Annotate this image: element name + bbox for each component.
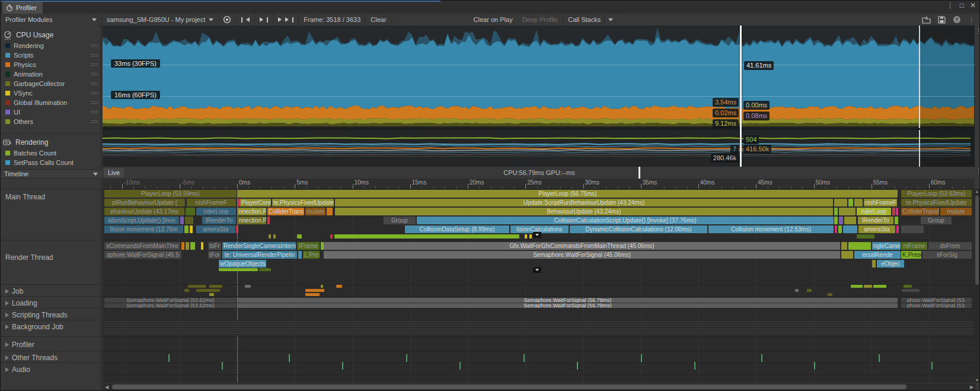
timeline-span[interactable]: nishFrameF xyxy=(864,199,897,206)
timeline-span[interactable] xyxy=(327,208,333,215)
timeline-span[interactable]: ationScript.Update() [Invo xyxy=(104,217,179,224)
timeline-span[interactable]: mulate xyxy=(305,208,325,215)
timeline-span[interactable]: tsFr xyxy=(208,242,221,250)
timeline-content[interactable]: PlayerLoop (53.59ms)PlayerLoop (56.75ms)… xyxy=(103,189,976,383)
timeline-span[interactable] xyxy=(851,285,863,288)
timeline-span[interactable]: ColliderTrans xyxy=(267,208,304,215)
timeline-span[interactable] xyxy=(321,285,323,288)
drag-handle-icon[interactable] xyxy=(91,100,98,105)
rendering-chart[interactable] xyxy=(103,128,976,169)
timeline-span[interactable] xyxy=(201,242,203,250)
legend-item-physics[interactable]: Physics xyxy=(1,60,101,69)
legend-item-garbagecollector[interactable]: GarbageCollector xyxy=(1,79,101,88)
timeline-span[interactable] xyxy=(854,199,863,206)
timeline-span[interactable]: ersalRende xyxy=(854,251,901,259)
timeline-span[interactable] xyxy=(835,225,837,233)
maximize-icon[interactable]: □ xyxy=(960,1,964,9)
thread-row-audio[interactable]: Audio xyxy=(1,365,101,374)
timeline-span[interactable] xyxy=(190,225,193,233)
timeline-span[interactable]: ameraSta xyxy=(858,225,895,233)
live-toggle[interactable]: Live xyxy=(104,168,124,177)
timeline-span[interactable]: tFrame xyxy=(297,242,320,250)
timeline-span[interactable] xyxy=(895,217,898,224)
show-more-rows-expander[interactable] xyxy=(533,232,541,238)
timeline-span[interactable]: nishFrameF xyxy=(187,199,236,206)
timeline-span[interactable]: tFor xyxy=(208,251,221,259)
timeline-span[interactable]: Collision movement (12.53ms) xyxy=(708,225,834,233)
timeline-span[interactable]: aphore.WaitForSignal (45.5 xyxy=(104,251,181,259)
timeline-span[interactable]: CollisionDataSetup (8.99ms) xyxy=(405,225,509,233)
timeline-span[interactable]: te: UniversalRenderPipelin xyxy=(222,251,297,259)
timeline-span[interactable] xyxy=(186,242,189,250)
legend-item-ui[interactable]: UI xyxy=(1,107,101,117)
legend-item-others[interactable]: Others xyxy=(1,117,101,126)
thread-row-loading[interactable]: Loading xyxy=(1,298,101,308)
timeline-span[interactable] xyxy=(896,208,898,215)
drag-handle-icon[interactable] xyxy=(91,53,98,58)
expand-arrow-icon[interactable] xyxy=(5,325,9,329)
target-dropdown[interactable]: samsung_SM-G950U - My project xyxy=(102,14,218,26)
timeline-span[interactable]: PlayerLoop (53.59ms) xyxy=(104,190,237,198)
expand-arrow-icon[interactable] xyxy=(5,367,9,372)
drag-handle-icon[interactable] xyxy=(91,119,98,124)
timeline-span[interactable]: CollisionCalculationScript.Update() [Inv… xyxy=(417,217,834,224)
thread-row-main-thread[interactable]: Main Thread xyxy=(1,192,101,202)
horizontal-scroll-thumb[interactable] xyxy=(112,384,906,389)
thread-row-profiler[interactable]: Profiler xyxy=(1,340,101,349)
thread-row-background-job[interactable]: Background Job xyxy=(1,322,101,332)
drag-handle-icon[interactable] xyxy=(91,72,98,77)
timeline-span[interactable] xyxy=(901,225,924,233)
legend-item-rendering[interactable]: Rendering xyxy=(1,41,101,50)
next-frame-button[interactable] xyxy=(255,14,273,26)
timeline-span[interactable] xyxy=(834,208,838,215)
close-icon[interactable]: ✕ xyxy=(970,1,976,9)
record-button[interactable] xyxy=(218,14,236,26)
profiler-modules-dropdown[interactable]: Profiler Modules xyxy=(1,14,101,26)
legend-item-vsync[interactable]: VSync xyxy=(1,88,101,98)
timeline-span[interactable] xyxy=(305,289,324,292)
timeline-span[interactable] xyxy=(807,289,812,292)
last-frame-button[interactable] xyxy=(273,14,298,26)
timeline-span[interactable] xyxy=(209,285,222,288)
thread-row-job[interactable]: Job xyxy=(1,287,101,296)
legend-item-batches-count[interactable]: Batches Count xyxy=(1,148,101,158)
timeline-span[interactable]: lRenderTo xyxy=(858,217,893,224)
timeline-span[interactable]: nnection.Poll xyxy=(238,217,266,224)
timeline-span[interactable]: nnection.Poll xyxy=(238,208,266,215)
timeline-span[interactable] xyxy=(902,289,920,292)
timeline-span[interactable]: dsFrom xyxy=(928,242,972,250)
vertical-scroll-thumb[interactable] xyxy=(975,196,979,285)
timeline-span[interactable] xyxy=(336,285,342,288)
timeline-span[interactable] xyxy=(186,208,195,215)
timeline-span[interactable] xyxy=(330,234,333,239)
timeline-span[interactable] xyxy=(857,234,874,239)
expand-arrow-icon[interactable] xyxy=(5,313,9,317)
thread-row-other-threads[interactable]: Other Threads xyxy=(1,353,101,363)
timeline-span[interactable] xyxy=(841,242,847,250)
timeline-span[interactable] xyxy=(525,234,527,239)
thread-row-scripting-threads[interactable]: Scripting Threads xyxy=(1,310,101,320)
timeline-span[interactable]: Gfx.WaitForGfxCommandsFromMainThread (45… xyxy=(324,242,840,250)
timeline-span[interactable]: Semaphore.WaitForSignal (53.62ms) xyxy=(104,298,237,303)
expand-arrow-icon[interactable] xyxy=(5,342,9,347)
timeline-span[interactable]: wOpaqueObjects (5.54 xyxy=(219,260,266,268)
drag-handle-icon[interactable] xyxy=(91,43,98,48)
timeline-span[interactable] xyxy=(196,289,220,292)
cpu-module-menu-icon[interactable]: ⋮ xyxy=(975,28,980,34)
rendering-module-header[interactable]: Rendering xyxy=(1,133,101,148)
expand-arrow-icon[interactable] xyxy=(5,289,9,294)
timeline-span[interactable]: eObjec xyxy=(877,260,904,268)
timeline-span[interactable] xyxy=(839,208,855,215)
drag-handle-icon[interactable] xyxy=(91,81,98,86)
timeline-span[interactable]: Semaphore.WaitForSignal (53.62ms) xyxy=(104,303,237,308)
timeline-horizontal-scrollbar[interactable]: ◀ ▶ xyxy=(103,383,976,390)
timeline-span[interactable] xyxy=(839,217,843,224)
timeline-span[interactable] xyxy=(236,225,238,233)
timeline-span[interactable] xyxy=(844,217,856,224)
clear-button[interactable]: Clear xyxy=(366,14,391,26)
drag-handle-icon[interactable] xyxy=(91,110,98,115)
drag-handle-icon[interactable] xyxy=(91,62,98,67)
timeline-span[interactable] xyxy=(184,289,189,292)
timeline-span[interactable] xyxy=(848,199,853,206)
timeline-span[interactable]: te.PhysicsFixedUpdate xyxy=(272,199,334,206)
